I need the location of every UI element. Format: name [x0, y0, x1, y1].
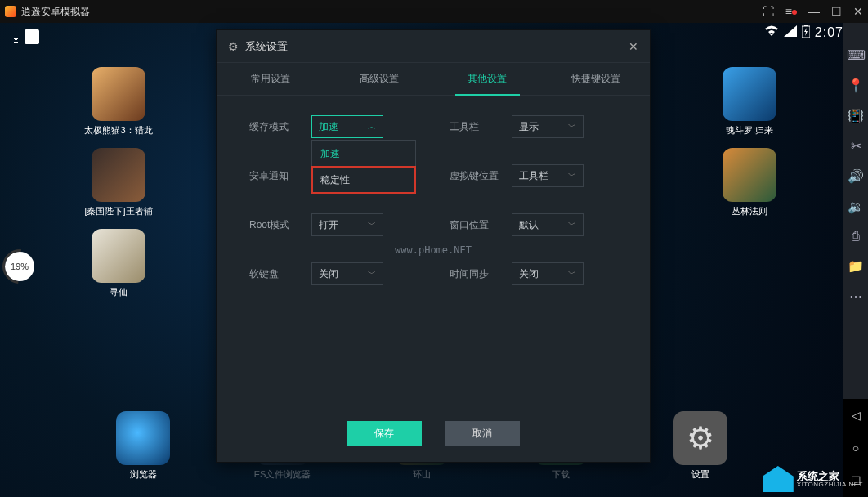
volume-down-icon[interactable]: 🔉 — [848, 199, 864, 214]
app-label: 浏览器 — [94, 468, 192, 481]
save-button[interactable]: 保存 — [347, 421, 422, 446]
app-item[interactable]: 丛林法则 — [713, 148, 786, 217]
more-icon[interactable]: ⋯ — [849, 289, 862, 304]
cache-mode-select[interactable]: 加速 ︿ — [311, 115, 383, 138]
app-logo-icon — [5, 6, 16, 17]
download-thumb-icon — [25, 29, 39, 44]
back-icon[interactable]: ◁ — [852, 409, 861, 422]
progress-text: 19% — [11, 262, 29, 271]
window-controls: ⛶ ≡ — ☐ ✕ — [763, 5, 863, 18]
app-label: 设置 — [651, 468, 749, 481]
app-item[interactable]: 寻仙 — [82, 229, 155, 298]
select-value: 打开 — [319, 218, 338, 232]
app-item[interactable]: 太极熊猫3：猎龙 — [82, 67, 155, 137]
dropdown-option-highlighted[interactable]: 稳定性 — [312, 167, 415, 193]
folder-icon[interactable]: 📁 — [848, 258, 864, 274]
chevron-down-icon: ﹀ — [568, 170, 576, 181]
app-label: 环山 — [373, 468, 471, 481]
app-item[interactable]: [秦国陛下]王者辅 — [82, 148, 155, 217]
keyboard-icon[interactable]: ⌨ — [847, 47, 866, 63]
field-label: 时间同步 — [450, 267, 495, 281]
chevron-down-icon: ﹀ — [368, 268, 376, 280]
minimize-icon[interactable]: — — [808, 5, 820, 18]
app-item-browser[interactable]: 浏览器 — [74, 411, 213, 481]
emulator-toolbar: ⌨ 📍 📳 ✂ 🔊 🔉 ⎙ 📁 ⋯ — [843, 23, 868, 464]
house-icon — [763, 466, 794, 492]
field-label: 窗口位置 — [450, 218, 495, 232]
app-icon — [92, 229, 145, 283]
desktop-apps-left: 太极熊猫3：猎龙 [秦国陛下]王者辅 寻仙 — [82, 67, 155, 298]
app-label: 下载 — [512, 468, 610, 481]
svg-rect-1 — [804, 25, 808, 26]
apk-icon[interactable]: ⎙ — [852, 229, 860, 244]
tab-label: 快捷键设置 — [571, 72, 620, 86]
app-label: 寻仙 — [69, 286, 168, 298]
menu-icon[interactable]: ≡ — [785, 5, 797, 18]
signal-icon — [784, 25, 797, 40]
wifi-icon — [764, 25, 779, 40]
app-label: 太极熊猫3：猎龙 — [69, 124, 168, 137]
watermark-main: 系统之家 — [797, 471, 863, 481]
field-label: 缓存模式 — [249, 120, 295, 134]
row-toolbar: 工具栏 显示 ﹀ — [450, 115, 617, 138]
desktop-apps-right: 魂斗罗:归来 丛林法则 — [713, 67, 786, 217]
app-item[interactable]: 魂斗罗:归来 — [713, 67, 786, 137]
app-label: 丛林法则 — [700, 205, 799, 217]
volume-up-icon[interactable]: 🔊 — [848, 168, 864, 184]
select-value: 显示 — [519, 120, 539, 134]
close-icon[interactable]: ✕ — [629, 40, 638, 53]
watermark-sub: XITONGZHIJIA.NET — [797, 481, 863, 488]
app-label: ES文件浏览器 — [234, 468, 332, 481]
tab-hotkey[interactable]: 快捷键设置 — [542, 63, 651, 95]
app-icon — [723, 67, 776, 121]
field-label: 工具栏 — [450, 120, 495, 134]
select-value: 默认 — [519, 218, 539, 232]
dropdown-option[interactable]: 加速 — [312, 141, 415, 167]
field-label: 软键盘 — [249, 267, 295, 281]
close-icon[interactable]: ✕ — [853, 5, 863, 18]
app-icon — [92, 148, 145, 202]
tab-advanced[interactable]: 高级设置 — [325, 63, 434, 95]
watermark-text: www.pHome.NET — [395, 244, 472, 256]
toolbar-select[interactable]: 显示 ﹀ — [512, 115, 584, 138]
option-label: 稳定性 — [320, 173, 350, 187]
chevron-down-icon: ﹀ — [568, 121, 576, 132]
shake-icon[interactable]: 📳 — [848, 108, 864, 123]
row-time-sync: 时间同步 关闭 ﹀ — [450, 262, 617, 285]
select-value: 关闭 — [319, 267, 338, 281]
app-label: [秦国陛下]王者辅 — [69, 205, 168, 217]
row-window-pos: 窗口位置 默认 ﹀ — [450, 213, 617, 236]
root-mode-select[interactable]: 打开 ﹀ — [311, 213, 383, 236]
watermark-logo: 系统之家 XITONGZHIJIA.NET — [763, 466, 863, 492]
home-icon[interactable]: ○ — [852, 441, 859, 454]
chevron-up-icon: ︿ — [368, 121, 376, 132]
location-icon[interactable]: 📍 — [848, 78, 864, 93]
vkey-pos-select[interactable]: 工具栏 ﹀ — [512, 164, 584, 187]
screenshot-icon[interactable]: ✂ — [851, 138, 861, 154]
time-sync-select[interactable]: 关闭 ﹀ — [512, 262, 584, 285]
app-label: 魂斗罗:归来 — [700, 124, 799, 137]
cancel-button[interactable]: 取消 — [445, 421, 520, 446]
field-label: 安卓通知 — [249, 169, 295, 183]
download-indicator[interactable]: ⭳ — [10, 29, 39, 44]
window-pos-select[interactable]: 默认 ﹀ — [512, 213, 584, 236]
field-label: 虚拟键位置 — [450, 169, 495, 183]
row-soft-keyboard: 软键盘 关闭 ﹀ — [249, 262, 417, 285]
button-label: 保存 — [374, 427, 394, 441]
fullscreen-icon[interactable]: ⛶ — [763, 5, 774, 18]
dialog-title: 系统设置 — [245, 39, 288, 54]
soft-kb-select[interactable]: 关闭 ﹀ — [311, 262, 383, 285]
chevron-down-icon: ﹀ — [568, 268, 576, 280]
app-icon — [723, 148, 776, 202]
clock-text: 2:07 — [815, 25, 843, 40]
battery-icon — [802, 25, 810, 41]
window-titlebar: 逍遥安卓模拟器 ⛶ ≡ — ☐ ✕ — [0, 0, 868, 23]
maximize-icon[interactable]: ☐ — [831, 5, 842, 18]
app-item-settings[interactable]: ⚙ 设置 — [631, 411, 770, 481]
tab-other[interactable]: 其他设置 — [433, 63, 542, 95]
cache-mode-dropdown: 加速 稳定性 — [311, 140, 416, 194]
globe-icon — [116, 411, 170, 465]
progress-indicator[interactable]: 19% — [5, 252, 34, 281]
row-root-mode: Root模式 打开 ﹀ — [249, 213, 417, 236]
tab-common[interactable]: 常用设置 — [217, 63, 325, 95]
